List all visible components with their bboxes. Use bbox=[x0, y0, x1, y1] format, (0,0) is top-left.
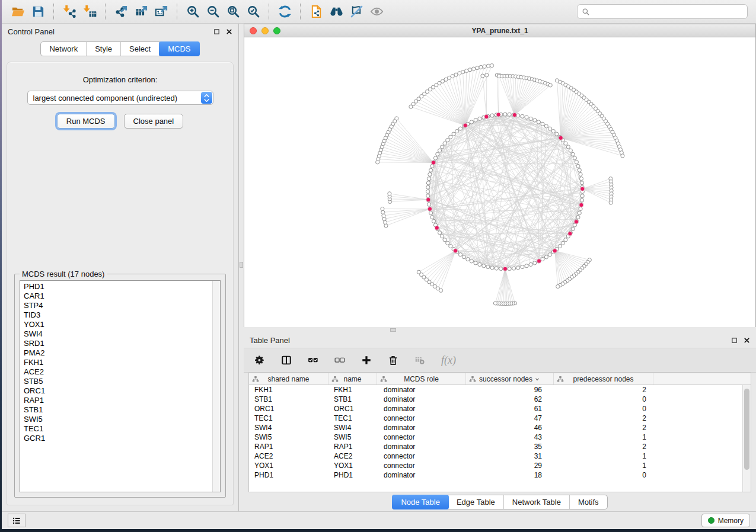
mcds-result-item[interactable]: TID3 bbox=[24, 310, 212, 320]
select-all-button[interactable] bbox=[308, 355, 318, 366]
delete-column-icon bbox=[388, 355, 398, 366]
table-panel: Table Panel f(x) shared namenameMCDS rol… bbox=[244, 332, 756, 511]
tab-mcds[interactable]: MCDS bbox=[159, 41, 199, 56]
table-row[interactable]: SWI5SWI5connector431 bbox=[249, 432, 751, 442]
column-header-MCDS-role[interactable]: MCDS role bbox=[377, 373, 466, 384]
column-header-successor-nodes[interactable]: successor nodes bbox=[466, 373, 554, 384]
zoom-selected-button[interactable] bbox=[243, 2, 263, 21]
export-network-button[interactable] bbox=[111, 2, 131, 21]
mcds-result-item[interactable]: SWI5 bbox=[24, 415, 212, 424]
mcds-result-item[interactable]: STB5 bbox=[24, 377, 212, 386]
table-row[interactable]: ACE2ACE2connector311 bbox=[249, 451, 751, 461]
network-graph[interactable] bbox=[244, 37, 755, 327]
tab-node-table[interactable]: Node Table bbox=[392, 495, 449, 509]
toolbar-separator bbox=[269, 4, 269, 20]
import-network-button[interactable] bbox=[59, 2, 79, 21]
tab-network-table[interactable]: Network Table bbox=[504, 495, 570, 509]
tab-motifs[interactable]: Motifs bbox=[570, 495, 607, 509]
zoom-out-button[interactable] bbox=[203, 2, 223, 21]
mcds-result-item[interactable]: PHD1 bbox=[24, 282, 212, 291]
task-history-button[interactable] bbox=[8, 514, 25, 527]
tab-style[interactable]: Style bbox=[87, 42, 121, 56]
table-row[interactable]: FKH1FKH1dominator962 bbox=[249, 385, 751, 395]
splitter-handle[interactable] bbox=[240, 262, 243, 268]
toolbar-separator bbox=[53, 4, 54, 20]
close-panel-icon[interactable] bbox=[744, 337, 750, 344]
control-panel: Control Panel NetworkStyleSelectMCDS Opt… bbox=[2, 24, 239, 511]
mcds-result-item[interactable]: PMA2 bbox=[24, 348, 212, 358]
import-table-icon bbox=[83, 5, 97, 18]
close-panel-button[interactable]: Close panel bbox=[124, 114, 184, 129]
zoom-in-button[interactable] bbox=[183, 2, 203, 21]
table-row[interactable]: YOX1YOX1connector291 bbox=[249, 461, 751, 470]
mcds-result-item[interactable]: CAR1 bbox=[24, 291, 212, 301]
toggle-columns-button[interactable] bbox=[281, 355, 292, 366]
column-header-shared-name[interactable]: shared name bbox=[249, 373, 328, 384]
column-header-predecessor-nodes[interactable]: predecessor nodes bbox=[554, 373, 653, 384]
memory-button[interactable]: Memory bbox=[701, 514, 750, 527]
application-window: Control Panel NetworkStyleSelectMCDS Opt… bbox=[2, 0, 756, 529]
import-table-button[interactable] bbox=[79, 2, 100, 21]
mcds-result-item[interactable]: TEC1 bbox=[24, 424, 212, 434]
tab-select[interactable]: Select bbox=[121, 42, 160, 56]
mcds-result-item[interactable]: ORC1 bbox=[24, 386, 212, 396]
clear-selection-button[interactable] bbox=[334, 355, 345, 366]
tab-edge-table[interactable]: Edge Table bbox=[448, 495, 504, 509]
zoom-out-icon bbox=[206, 5, 220, 18]
network-titlebar[interactable]: YPA_prune.txt_1 bbox=[244, 24, 755, 37]
zoom-fit-icon bbox=[227, 5, 240, 18]
network-search-box[interactable] bbox=[577, 4, 748, 19]
mcds-result-item[interactable]: GCR1 bbox=[24, 434, 212, 443]
network-canvas[interactable] bbox=[244, 37, 755, 327]
binoculars-icon bbox=[330, 5, 343, 18]
splitter-handle[interactable] bbox=[390, 328, 396, 332]
save-session-button[interactable] bbox=[28, 2, 48, 21]
tab-network[interactable]: Network bbox=[41, 42, 87, 56]
float-panel-icon[interactable] bbox=[213, 28, 220, 35]
table-row[interactable]: STB1STB1dominator620 bbox=[249, 395, 751, 404]
clear-selection-icon bbox=[334, 355, 345, 366]
search-input[interactable] bbox=[593, 7, 743, 16]
export-table-button[interactable] bbox=[131, 2, 151, 21]
table-row[interactable]: SWI4SWI4dominator462 bbox=[249, 423, 751, 432]
zoom-fit-button[interactable] bbox=[223, 2, 243, 21]
run-mcds-button[interactable]: Run MCDS bbox=[57, 114, 115, 129]
mcds-result-item[interactable]: STP4 bbox=[24, 301, 212, 310]
refresh-button[interactable] bbox=[275, 2, 295, 21]
mcds-result-list[interactable]: PHD1CAR1STP4TID3YOX1SWI4SRD1PMA2FKH1ACE2… bbox=[20, 280, 221, 492]
table-scrollbar[interactable] bbox=[742, 385, 751, 492]
delete-column-button[interactable] bbox=[388, 355, 398, 366]
mcds-result-item[interactable]: ACE2 bbox=[24, 367, 212, 377]
mcds-result-item[interactable]: FKH1 bbox=[24, 358, 212, 367]
mcds-result-item[interactable]: YOX1 bbox=[24, 320, 212, 329]
table-row[interactable]: TEC1TEC1connector472 bbox=[249, 414, 751, 423]
network-document-button[interactable] bbox=[306, 2, 326, 21]
mcds-result-item[interactable]: SRD1 bbox=[24, 339, 212, 348]
graphics-details-button[interactable] bbox=[346, 2, 366, 21]
add-column-button[interactable] bbox=[361, 355, 372, 366]
network-window: YPA_prune.txt_1 bbox=[244, 24, 756, 327]
table-row[interactable]: RAP1RAP1dominator352 bbox=[249, 442, 751, 451]
table-row[interactable]: ORC1ORC1dominator610 bbox=[249, 404, 751, 414]
export-image-button[interactable] bbox=[151, 2, 171, 21]
vertical-splitter[interactable] bbox=[239, 24, 244, 511]
criterion-dropdown[interactable]: largest connected component (undirected) bbox=[27, 91, 213, 105]
eye-button[interactable] bbox=[366, 2, 387, 21]
mcds-result-item[interactable]: STB1 bbox=[24, 405, 212, 415]
open-session-button[interactable] bbox=[8, 2, 28, 21]
close-panel-icon[interactable] bbox=[226, 28, 232, 35]
mcds-tab-pane: Optimization criterion: largest connecte… bbox=[7, 62, 234, 505]
scrollbar-thumb[interactable] bbox=[744, 389, 749, 470]
horizontal-splitter[interactable] bbox=[244, 327, 756, 332]
result-scrollbar[interactable] bbox=[212, 281, 220, 492]
float-panel-icon[interactable] bbox=[731, 337, 738, 344]
settings-gear-button[interactable] bbox=[254, 355, 265, 366]
table-row[interactable]: PHD1PHD1dominator180 bbox=[249, 470, 751, 480]
binoculars-button[interactable] bbox=[326, 2, 346, 21]
mcds-result-item[interactable]: SWI4 bbox=[24, 329, 212, 339]
mcds-result-item[interactable]: RAP1 bbox=[24, 396, 212, 405]
control-panel-title: Control Panel bbox=[8, 27, 55, 36]
function-builder-icon: f(x) bbox=[441, 354, 456, 367]
function-builder-button: f(x) bbox=[441, 354, 456, 367]
column-header-name[interactable]: name bbox=[328, 373, 377, 384]
